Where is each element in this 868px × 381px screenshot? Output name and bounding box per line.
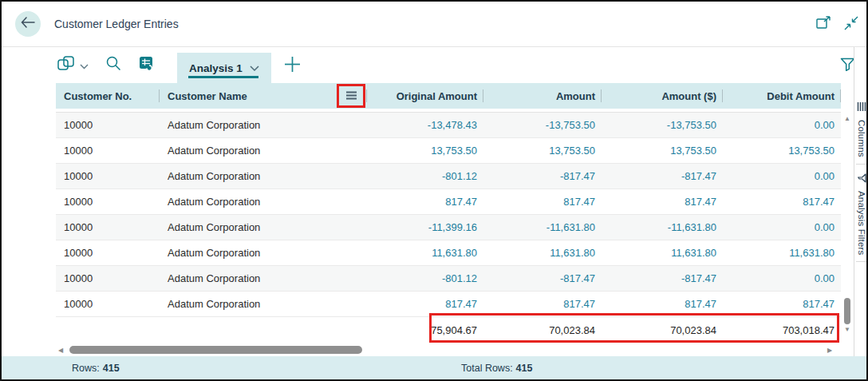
table-row[interactable]: 10000 Adatum Corporation 11,631.80 11,63… xyxy=(56,240,841,266)
table-row[interactable]: 10000 Adatum Corporation -801.12 -817.47… xyxy=(56,164,841,189)
plus-icon xyxy=(284,56,301,75)
cell-debit-amount[interactable]: 0.00 xyxy=(723,266,841,291)
cell-amount[interactable]: -817.47 xyxy=(483,266,602,291)
scroll-down-arrow-icon[interactable]: ▼ xyxy=(841,326,854,334)
cell-amount[interactable]: 13,753.50 xyxy=(483,138,602,163)
cell-original-amount[interactable]: -801.12 xyxy=(367,266,483,291)
table-row[interactable]: 10000 Adatum Corporation -801.12 -817.47… xyxy=(56,266,841,292)
cell-customer-no[interactable]: 10000 xyxy=(56,240,160,265)
cell-debit-amount[interactable]: 0.00 xyxy=(723,113,841,137)
total-original-amount: 75,904.67 xyxy=(367,317,483,343)
column-menu-icon[interactable] xyxy=(345,89,357,104)
horizontal-scrollbar[interactable]: ◀ ▶ xyxy=(56,343,841,357)
cell-debit-amount[interactable]: 13,753.50 xyxy=(723,138,841,163)
column-header-amount[interactable]: Amount xyxy=(483,83,602,109)
open-in-new-window-button[interactable] xyxy=(816,16,831,32)
cell-customer-no[interactable]: 10000 xyxy=(56,164,160,189)
table-row[interactable]: 10000 Adatum Corporation -11,399.16 -11,… xyxy=(56,215,841,240)
total-rows-count: Total Rows:415 xyxy=(461,363,532,374)
cell-debit-amount[interactable]: 817.47 xyxy=(723,189,841,214)
cell-amount-usd[interactable]: -817.47 xyxy=(602,164,723,189)
cell-debit-amount[interactable]: 817.47 xyxy=(723,292,841,316)
side-tab-columns[interactable]: Columns xyxy=(857,93,866,164)
cell-customer-name[interactable]: Adatum Corporation xyxy=(160,164,367,189)
cell-amount-usd[interactable]: 817.47 xyxy=(602,292,723,316)
cell-customer-no[interactable]: 10000 xyxy=(56,189,160,214)
cell-debit-amount[interactable]: 0.00 xyxy=(723,164,841,189)
collapse-arrows-icon xyxy=(844,16,858,33)
cell-original-amount[interactable]: -13,478.43 xyxy=(367,113,483,137)
scroll-right-arrow-icon[interactable]: ▶ xyxy=(825,347,834,355)
filter-funnel-icon xyxy=(854,173,868,183)
tab-analysis-1-label: Analysis 1 xyxy=(189,62,243,74)
horizontal-scrollbar-thumb[interactable] xyxy=(69,346,362,354)
cell-debit-amount[interactable]: 11,631.80 xyxy=(723,240,841,265)
cell-amount-usd[interactable]: -13,753.50 xyxy=(602,113,723,137)
back-arrow-icon xyxy=(21,17,35,31)
cell-amount-usd[interactable]: -11,631.80 xyxy=(602,215,723,240)
vertical-scrollbar-thumb[interactable] xyxy=(844,298,850,324)
vertical-scrollbar[interactable]: ▲ ▼ xyxy=(841,109,854,343)
cell-debit-amount[interactable]: 0.00 xyxy=(723,215,841,240)
table-row[interactable]: 10000 Adatum Corporation -13,478.43 -13,… xyxy=(56,113,841,138)
table-row[interactable]: 10000 Adatum Corporation 13,753.50 13,75… xyxy=(56,138,841,164)
back-button[interactable] xyxy=(15,11,41,37)
cell-amount-usd[interactable]: -817.47 xyxy=(602,266,723,291)
cell-customer-name[interactable]: Adatum Corporation xyxy=(160,189,367,214)
cell-amount[interactable]: -817.47 xyxy=(483,164,602,189)
cell-original-amount[interactable]: 817.47 xyxy=(367,189,483,214)
cell-amount-usd[interactable]: 11,631.80 xyxy=(602,240,723,265)
side-tab-analysis-filters[interactable]: Analysis Filters xyxy=(857,165,866,262)
cell-amount[interactable]: 11,631.80 xyxy=(483,240,602,265)
status-bar: Rows:415 Total Rows:415 xyxy=(2,356,866,379)
cell-customer-name[interactable]: Adatum Corporation xyxy=(160,138,367,163)
cell-original-amount[interactable]: 11,631.80 xyxy=(367,240,483,265)
search-icon xyxy=(106,56,121,74)
cell-amount[interactable]: 817.47 xyxy=(483,292,602,316)
add-analysis-tab-button[interactable] xyxy=(284,56,301,75)
total-rows-label: Total Rows: xyxy=(461,363,513,374)
scroll-left-arrow-icon[interactable]: ◀ xyxy=(56,347,65,355)
cell-amount[interactable]: -11,631.80 xyxy=(483,215,602,240)
top-bar: Customer Ledger Entries xyxy=(2,2,866,47)
totals-empty-cell xyxy=(160,317,367,343)
cell-customer-name[interactable]: Adatum Corporation xyxy=(160,266,367,291)
column-header-debit-amount[interactable]: Debit Amount xyxy=(723,83,841,109)
cell-original-amount[interactable]: 13,753.50 xyxy=(367,138,483,163)
cell-customer-name[interactable]: Adatum Corporation xyxy=(160,240,367,265)
cell-amount[interactable]: 817.47 xyxy=(483,189,602,214)
cell-customer-name[interactable]: Adatum Corporation xyxy=(160,113,367,137)
cell-original-amount[interactable]: -11,399.16 xyxy=(367,215,483,240)
cell-customer-name[interactable]: Adatum Corporation xyxy=(160,292,367,316)
views-menu-button[interactable] xyxy=(57,56,89,74)
column-header-original-amount[interactable]: Original Amount xyxy=(367,83,483,109)
column-header-customer-no[interactable]: Customer No. xyxy=(56,83,160,109)
analyze-data-button[interactable] xyxy=(139,56,155,74)
chevron-down-icon xyxy=(250,61,259,75)
cell-customer-no[interactable]: 10000 xyxy=(56,292,160,316)
table-header-row: Customer No. Customer Name Original Amou… xyxy=(56,83,841,109)
cell-amount[interactable]: -13,753.50 xyxy=(483,113,602,137)
scroll-up-arrow-icon[interactable]: ▲ xyxy=(841,115,854,123)
column-header-customer-name[interactable]: Customer Name xyxy=(160,83,367,109)
side-tab-columns-label: Columns xyxy=(857,120,866,157)
cell-original-amount[interactable]: 817.47 xyxy=(367,292,483,316)
cell-original-amount[interactable]: -801.12 xyxy=(367,164,483,189)
views-icon xyxy=(57,56,77,74)
totals-empty-cell xyxy=(56,317,160,343)
table-row[interactable]: 10000 Adatum Corporation 817.47 817.47 8… xyxy=(56,189,841,215)
cell-customer-name[interactable]: Adatum Corporation xyxy=(160,215,367,240)
cell-customer-no[interactable]: 10000 xyxy=(56,113,160,137)
cell-amount-usd[interactable]: 817.47 xyxy=(602,189,723,214)
column-header-amount-usd[interactable]: Amount ($) xyxy=(602,83,723,109)
cell-customer-no[interactable]: 10000 xyxy=(56,215,160,240)
tab-analysis-1[interactable]: Analysis 1 xyxy=(177,53,271,83)
cell-amount-usd[interactable]: 13,753.50 xyxy=(602,138,723,163)
collapse-window-button[interactable] xyxy=(844,16,858,33)
search-button[interactable] xyxy=(106,56,121,74)
cell-customer-no[interactable]: 10000 xyxy=(56,138,160,163)
table-row[interactable]: 10000 Adatum Corporation 817.47 817.47 8… xyxy=(56,292,841,317)
cell-customer-no[interactable]: 10000 xyxy=(56,266,160,291)
totals-row: 75,904.67 70,023.84 70,023.84 703,018.47 xyxy=(56,317,841,343)
side-tab-analysis-filters-label: Analysis Filters xyxy=(857,191,866,256)
